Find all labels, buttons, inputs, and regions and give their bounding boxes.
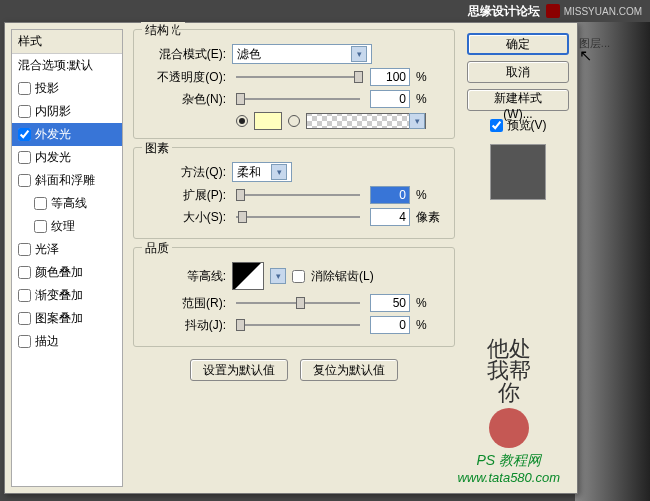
checkbox-icon[interactable] (18, 151, 31, 164)
size-unit: 像素 (416, 209, 444, 226)
checkbox-icon[interactable] (18, 312, 31, 325)
color-radio[interactable] (236, 115, 248, 127)
style-item-bevel[interactable]: 斜面和浮雕 (12, 169, 122, 192)
style-item-drop-shadow[interactable]: 投影 (12, 77, 122, 100)
size-slider[interactable] (236, 216, 360, 218)
topbar-url: MISSYUAN.COM (564, 6, 642, 17)
background-photo (575, 22, 650, 501)
jitter-input[interactable] (370, 316, 410, 334)
antialias-label: 消除锯齿(L) (311, 268, 374, 285)
checkbox-icon[interactable] (18, 289, 31, 302)
spread-unit: % (416, 188, 444, 202)
size-input[interactable] (370, 208, 410, 226)
style-item-outer-glow[interactable]: 外发光 (12, 123, 122, 146)
opacity-slider[interactable] (236, 76, 360, 78)
opacity-label: 不透明度(O): (144, 69, 226, 86)
app-topbar: 思缘设计论坛 MISSYUAN.COM (0, 0, 650, 22)
jitter-unit: % (416, 318, 444, 332)
gradient-radio[interactable] (288, 115, 300, 127)
noise-slider[interactable] (236, 98, 360, 100)
opacity-unit: % (416, 70, 444, 84)
jitter-label: 抖动(J): (144, 317, 226, 334)
range-input[interactable] (370, 294, 410, 312)
color-chip[interactable] (254, 112, 282, 130)
quality-group: 品质 等高线: ▾ 消除锯齿(L) 范围(R): % 抖动(J): % (133, 247, 455, 347)
chevron-down-icon[interactable]: ▾ (270, 268, 286, 284)
blend-mode-label: 混合模式(E): (144, 46, 226, 63)
spread-slider[interactable] (236, 194, 360, 196)
checkbox-icon[interactable] (18, 128, 31, 141)
noise-input[interactable] (370, 90, 410, 108)
layer-style-dialog: 外发光 样式 混合选项:默认 投影 内阴影 外发光 内发光 斜面和浮雕 等高线 … (4, 22, 578, 494)
preview-checkbox[interactable] (490, 119, 503, 132)
checkbox-icon[interactable] (18, 266, 31, 279)
style-item-pattern-overlay[interactable]: 图案叠加 (12, 307, 122, 330)
topbar-logo-icon (546, 4, 560, 18)
checkbox-icon[interactable] (34, 220, 47, 233)
spread-input[interactable] (370, 186, 410, 204)
preview-swatch (490, 144, 546, 200)
new-style-button[interactable]: 新建样式(W)... (467, 89, 569, 111)
range-slider[interactable] (236, 302, 360, 304)
noise-label: 杂色(N): (144, 91, 226, 108)
chevron-down-icon[interactable]: ▾ (351, 46, 367, 62)
elements-legend: 图素 (142, 140, 172, 157)
style-item-texture[interactable]: 纹理 (12, 215, 122, 238)
checkbox-icon[interactable] (18, 82, 31, 95)
range-unit: % (416, 296, 444, 310)
checkbox-icon[interactable] (18, 335, 31, 348)
size-label: 大小(S): (144, 209, 226, 226)
structure-legend: 结构 (142, 22, 172, 39)
checkbox-icon[interactable] (18, 174, 31, 187)
checkbox-icon[interactable] (18, 243, 31, 256)
contour-swatch[interactable] (232, 262, 264, 290)
range-label: 范围(R): (144, 295, 226, 312)
blend-options-default[interactable]: 混合选项:默认 (12, 54, 122, 77)
style-item-color-overlay[interactable]: 颜色叠加 (12, 261, 122, 284)
gradient-swatch[interactable]: ▾ (306, 113, 426, 129)
style-item-gradient-overlay[interactable]: 渐变叠加 (12, 284, 122, 307)
jitter-slider[interactable] (236, 324, 360, 326)
styles-header[interactable]: 样式 (12, 30, 122, 54)
blend-mode-select[interactable]: 滤色 ▾ (232, 44, 372, 64)
preview-label: 预览(V) (507, 117, 547, 134)
style-item-stroke[interactable]: 描边 (12, 330, 122, 353)
reset-default-button[interactable]: 复位为默认值 (300, 359, 398, 381)
settings-column: 结构 混合模式(E): 滤色 ▾ 不透明度(O): % 杂色(N): % (123, 29, 465, 487)
technique-select[interactable]: 柔和 ▾ (232, 162, 292, 182)
styles-list: 样式 混合选项:默认 投影 内阴影 外发光 内发光 斜面和浮雕 等高线 纹理 光… (11, 29, 123, 487)
quality-legend: 品质 (142, 240, 172, 257)
topbar-title: 思缘设计论坛 (468, 3, 540, 20)
opacity-input[interactable] (370, 68, 410, 86)
blend-default-label: 混合选项:默认 (18, 57, 93, 74)
chevron-down-icon[interactable]: ▾ (271, 164, 287, 180)
antialias-checkbox[interactable] (292, 270, 305, 283)
external-layer-label: 图层... (579, 36, 610, 51)
style-item-inner-shadow[interactable]: 内阴影 (12, 100, 122, 123)
cancel-button[interactable]: 取消 (467, 61, 569, 83)
spread-label: 扩展(P): (144, 187, 226, 204)
dialog-buttons-column: 确定 取消 新建样式(W)... 预览(V) (465, 29, 571, 487)
styles-column: 样式 混合选项:默认 投影 内阴影 外发光 内发光 斜面和浮雕 等高线 纹理 光… (11, 29, 123, 487)
checkbox-icon[interactable] (34, 197, 47, 210)
set-default-button[interactable]: 设置为默认值 (190, 359, 288, 381)
contour-label: 等高线: (144, 268, 226, 285)
ok-button[interactable]: 确定 (467, 33, 569, 55)
elements-group: 图素 方法(Q): 柔和 ▾ 扩展(P): % 大小(S): 像素 (133, 147, 455, 239)
structure-group: 结构 混合模式(E): 滤色 ▾ 不透明度(O): % 杂色(N): % (133, 29, 455, 139)
style-item-inner-glow[interactable]: 内发光 (12, 146, 122, 169)
chevron-down-icon[interactable]: ▾ (409, 113, 425, 129)
checkbox-icon[interactable] (18, 105, 31, 118)
style-item-contour[interactable]: 等高线 (12, 192, 122, 215)
technique-label: 方法(Q): (144, 164, 226, 181)
noise-unit: % (416, 92, 444, 106)
style-item-satin[interactable]: 光泽 (12, 238, 122, 261)
